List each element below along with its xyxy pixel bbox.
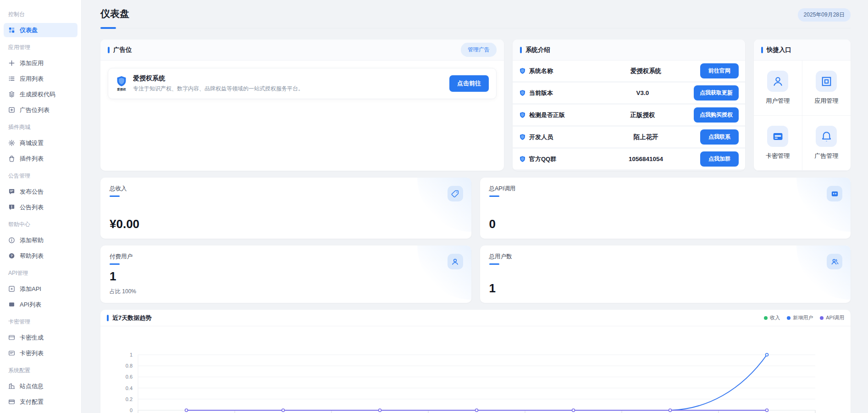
page-header: 仪表盘 2025年09月28日 (100, 7, 851, 28)
system-row-value: 正版授权 (592, 111, 694, 119)
quick-entry-app-management[interactable]: 应用管理 (802, 61, 851, 116)
sidebar-item-card-key-generate[interactable]: 卡密生成 (4, 330, 77, 345)
sidebar-item-label: 商城设置 (20, 139, 44, 147)
system-row-label: 系统名称 (529, 67, 553, 75)
credit-card-icon (767, 126, 788, 147)
sidebar-item-help-list[interactable]: ? 帮助列表 (4, 249, 77, 263)
sidebar-item-publish-notice[interactable]: 发布公告 (4, 184, 77, 199)
sidebar-item-ad-slot-list[interactable]: 广告位列表 (4, 103, 77, 117)
sidebar-item-shop-settings[interactable]: 商城设置 (4, 136, 77, 150)
payment-card-icon (8, 398, 15, 405)
buy-license-button[interactable]: 点我购买授权 (694, 107, 739, 123)
user-icon (448, 254, 463, 269)
sidebar-section-api: API管理 (0, 264, 81, 280)
bag-icon (8, 155, 15, 162)
quick-entry-card-key-management[interactable]: 卡密管理 (754, 116, 802, 171)
plus-square-icon (8, 106, 15, 113)
shield-logo-icon (116, 75, 127, 87)
date-badge: 2025年09月28日 (798, 8, 851, 22)
chart-legend: 收入 新增用户 API调用 (764, 314, 844, 321)
join-group-button[interactable]: 点我加群 (700, 151, 739, 167)
sidebar-item-label: 生成授权代码 (20, 90, 55, 99)
app-window-icon (816, 71, 837, 92)
quick-entry-user-management[interactable]: 用户管理 (754, 61, 802, 116)
official-site-button[interactable]: 前往官网 (700, 63, 739, 78)
ad-item-name: 爱授权系统 (133, 74, 449, 83)
sidebar-item-plugin-list[interactable]: 插件列表 (4, 151, 77, 166)
sidebar-item-mail-config[interactable]: 邮件配置 (4, 410, 77, 413)
system-row-label: 开发人员 (529, 133, 553, 141)
ad-item-description: 专注于知识产权、数字内容、品牌权益等领域的一站式授权服务平台。 (133, 85, 449, 93)
box-x-icon (8, 285, 15, 292)
page-title: 仪表盘 (100, 7, 129, 20)
header-accent-bar (107, 315, 109, 321)
sidebar-section-apps: 应用管理 (0, 39, 81, 55)
legend-dot-purple (820, 316, 824, 320)
sidebar-item-label: 广告位列表 (20, 106, 50, 114)
quick-entry-label: 用户管理 (766, 97, 790, 105)
header-accent-bar (761, 47, 763, 53)
svg-text:?: ? (11, 254, 13, 258)
quick-card-header: 快捷入口 (754, 39, 851, 61)
shield-icon (519, 134, 526, 140)
sidebar-item-label: 站点信息 (20, 382, 44, 391)
quick-entry-ad-management[interactable]: 广告管理 (802, 116, 851, 171)
sidebar-item-label: 仪表盘 (20, 26, 38, 34)
sidebar-item-label: 插件列表 (20, 155, 44, 163)
users-icon (827, 254, 842, 269)
sidebar-item-site-info[interactable]: 站点信息 (4, 379, 77, 393)
system-row-qq-group: 官方QQ群 1056841054 点我加群 (513, 149, 745, 169)
legend-item-new-users[interactable]: 新增用户 (787, 314, 813, 321)
sidebar-item-payment-config[interactable]: 支付配置 (4, 395, 77, 409)
shield-icon (519, 156, 526, 162)
sidebar-item-label: 添加帮助 (20, 236, 44, 245)
system-row-value: 1056841054 (592, 156, 700, 162)
chart-title: 近7天数据趋势 (112, 314, 151, 322)
tag-icon (448, 186, 463, 201)
sidebar-item-label: 发布公告 (20, 188, 44, 196)
sidebar-item-notice-list[interactable]: 公告列表 (4, 200, 77, 214)
sidebar-item-card-key-list[interactable]: 卡密列表 (4, 346, 77, 360)
gear-icon (8, 140, 15, 146)
stat-label: 总收入 (110, 185, 127, 197)
stat-value: ¥0.00 (110, 217, 462, 231)
info-icon (8, 237, 15, 244)
chart-header: 近7天数据趋势 收入 新增用户 API调用 (100, 310, 851, 326)
ad-card-title: 广告位 (113, 46, 132, 54)
legend-item-revenue[interactable]: 收入 (764, 314, 780, 321)
sidebar-item-label: 添加API (20, 285, 41, 293)
sidebar-item-label: 支付配置 (20, 398, 44, 406)
sidebar-item-generate-auth-code[interactable]: 生成授权代码 (4, 87, 77, 101)
trend-chart-card: 近7天数据趋势 收入 新增用户 API调用 1 (100, 310, 851, 413)
sidebar-item-add-app[interactable]: 添加应用 (4, 56, 77, 70)
ad-logo-caption: 爱授权 (117, 88, 126, 92)
box-filled-icon (8, 301, 15, 308)
sidebar-item-app-list[interactable]: 应用列表 (4, 72, 77, 86)
get-update-button[interactable]: 点我获取更新 (694, 85, 739, 100)
dashboard-icon (8, 27, 15, 33)
sidebar-item-api-list[interactable]: API列表 (4, 297, 77, 312)
api-chip-icon (827, 186, 842, 201)
y-tick: 0.6 (126, 374, 133, 380)
main-content: 仪表盘 2025年09月28日 广告位 管理广告 爱授权 爱授权系统 (82, 0, 868, 413)
system-intro-card: 系统介绍 系统名称 爱授权系统 前往官网 当前版本 V3.0 点我获取更新 检测… (513, 39, 745, 171)
manage-ads-button[interactable]: 管理广告 (461, 43, 497, 57)
stat-card-total-users: 总用户数 1 (480, 246, 851, 303)
sidebar-item-dashboard[interactable]: 仪表盘 (4, 23, 77, 37)
shield-icon (519, 89, 526, 96)
y-tick: 0.2 (126, 396, 133, 402)
sidebar-item-add-api[interactable]: 添加API (4, 282, 77, 296)
sidebar-item-add-help[interactable]: 添加帮助 (4, 233, 77, 247)
contact-button[interactable]: 点我联系 (700, 129, 739, 145)
y-tick: 0.4 (126, 385, 133, 391)
go-to-ad-button[interactable]: 点击前往 (449, 75, 489, 92)
system-row-name: 系统名称 爱授权系统 前往官网 (513, 61, 745, 81)
stat-sub-text: 占比 100% (110, 288, 462, 296)
title-accent-bar (100, 27, 116, 29)
stat-value: 0 (489, 217, 842, 231)
sidebar-section-console: 控制台 (0, 6, 81, 22)
new-users-peak-marker (766, 353, 768, 356)
sidebar-section-plugin-mall: 插件商城 (0, 118, 81, 134)
layers-icon (8, 91, 15, 98)
legend-item-api-calls[interactable]: API调用 (820, 314, 844, 321)
